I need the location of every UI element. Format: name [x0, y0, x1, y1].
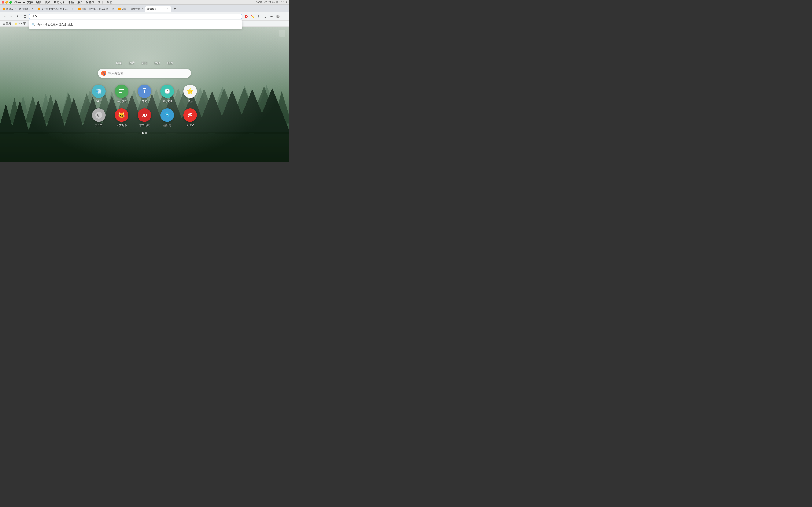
background-forest: ∞ 网页 图片 新闻 视频 地图 🐾	[0, 26, 289, 162]
apps-row-2: 文件夹 😺 天猫精选 JD	[91, 108, 198, 127]
back-button[interactable]: ←	[2, 13, 8, 19]
tab-favicon-4: 🟧	[118, 7, 121, 10]
app-history[interactable]: 🕐 历史记录	[160, 84, 175, 103]
apps-grid: 💨 14℃ 待办事项	[91, 84, 198, 127]
nav-webpage[interactable]: 网页	[116, 60, 122, 66]
search-input[interactable]	[108, 72, 188, 75]
app-icon-history: 🕐	[160, 84, 174, 98]
menu-bookmarks[interactable]: 书签	[68, 0, 74, 4]
search-icon: 🔍	[32, 23, 35, 26]
menu-dots-icon[interactable]: ⋮	[281, 13, 287, 19]
datetime-display: 2020/03/27 周五 16:14	[264, 1, 287, 4]
folder-icon: 📁	[14, 22, 17, 25]
extensions-icon[interactable]: ✦	[243, 13, 249, 19]
app-label-bookmarks: 书签	[188, 100, 193, 103]
search-box[interactable]: 🐾	[98, 69, 191, 78]
forward-button[interactable]: →	[8, 13, 14, 19]
app-label-history: 历史记录	[162, 100, 172, 103]
tab-close-5[interactable]: ✕	[166, 7, 169, 10]
maximize-window-button[interactable]	[9, 1, 12, 4]
tab-alicloud-1[interactable]: 🟧 阿里云-上云就上阿里云 ✕	[1, 6, 36, 12]
reload-button[interactable]: ↻	[15, 13, 21, 19]
mac-label: Mac密	[18, 22, 26, 25]
tab-close-3[interactable]: ✕	[112, 7, 115, 10]
tab-close-1[interactable]: ✕	[31, 7, 34, 10]
home-button[interactable]	[22, 13, 28, 19]
page-dot-2[interactable]	[145, 132, 147, 134]
app-jd[interactable]: JD 京东商城	[137, 108, 152, 127]
traffic-lights	[2, 1, 12, 4]
autocomplete-item-0[interactable]: 🔍 vip's · 地址栏搜索切换器 搜索	[29, 21, 242, 28]
menu-edit[interactable]: 编辑	[36, 0, 42, 4]
page-content: ∞ 网页 图片 新闻 视频 地图 🐾	[0, 26, 289, 162]
tab-alicloud-4[interactable]: 🟧 阿里云 - 弹性计算 ✕	[116, 6, 146, 12]
browser-toolbar: ← → ↻ 🔍 vip's · 地址栏搜索切换器 搜索 ✦ ✏️ ⬇	[0, 12, 289, 21]
app-folder[interactable]: 文件夹	[91, 108, 106, 127]
tab-close-4[interactable]: ✕	[141, 7, 144, 10]
mail-icon[interactable]: ✉	[268, 13, 274, 19]
app-todo[interactable]: 待办事项	[114, 84, 129, 103]
menu-history[interactable]: 历史记录	[54, 0, 65, 4]
svg-rect-55	[144, 90, 145, 93]
tab-close-2[interactable]: ✕	[71, 7, 74, 10]
nav-images[interactable]: 图片	[129, 60, 135, 66]
menu-tabs[interactable]: 标签页	[86, 0, 94, 4]
macos-titlebar: Chrome 文件 编辑 视图 历史记录 书签 用户 标签页 窗口 帮助 100…	[0, 0, 289, 5]
app-icon-note	[138, 84, 151, 98]
apps-grid-icon: ⊞	[3, 22, 5, 25]
svg-point-0	[24, 15, 26, 17]
tab-title-2: 关于学生服务器的阿里云网站公...	[42, 7, 70, 11]
tab-newtab[interactable]: 新标签页 ✕	[146, 6, 171, 12]
battery-status: 100%	[256, 1, 262, 4]
app-label-todo: 待办事项	[116, 100, 126, 103]
app-bookmarks[interactable]: ⭐ 书签	[183, 84, 198, 103]
svg-point-5	[277, 17, 279, 18]
app-label-ctrip: 携程网	[163, 124, 171, 127]
nav-news[interactable]: 新闻	[142, 60, 147, 66]
titlebar-menu: 文件 编辑 视图 历史记录 书签 用户 标签页 窗口 帮助	[27, 0, 112, 4]
svg-rect-51	[119, 89, 124, 90]
menu-user[interactable]: 用户	[77, 0, 83, 4]
nav-video[interactable]: 视频	[154, 60, 160, 66]
minimize-window-button[interactable]	[5, 1, 8, 4]
menu-file[interactable]: 文件	[27, 0, 33, 4]
titlebar-right: 100% 2020/03/27 周五 16:14	[256, 1, 287, 4]
app-ctrip[interactable]: 🐬 携程网	[160, 108, 175, 127]
nav-maps[interactable]: 地图	[167, 60, 173, 66]
menu-help[interactable]: 帮助	[107, 0, 112, 4]
tab-favicon-3: 🟧	[78, 7, 81, 10]
menu-window[interactable]: 窗口	[98, 0, 103, 4]
edit-icon[interactable]: ✏️	[250, 13, 255, 19]
address-bar-input[interactable]	[29, 13, 242, 19]
tab-favicon-1: 🟧	[3, 7, 5, 10]
menu-view[interactable]: 视图	[45, 0, 51, 4]
app-weather[interactable]: 💨 14℃	[91, 84, 106, 103]
close-window-button[interactable]	[2, 1, 4, 4]
user-avatar[interactable]	[275, 13, 281, 19]
download-manager-icon[interactable]: ⬇	[256, 13, 262, 19]
app-icon-folder	[92, 108, 105, 122]
bookmark-mac[interactable]: 📁 Mac密	[13, 21, 27, 26]
app-taobao[interactable]: 淘 爱淘宝	[183, 108, 198, 127]
app-icon-jd: JD	[138, 108, 151, 122]
app-tmall[interactable]: 😺 天猫精选	[114, 108, 129, 127]
tab-bar: 🟧 阿里云-上云就上阿里云 ✕ 🟧 关于学生服务器的阿里云网站公... ✕ 🟧 …	[0, 5, 289, 12]
app-label-jd: 京东商城	[139, 124, 150, 127]
bookmark-icon[interactable]	[262, 13, 268, 19]
infinity-icon[interactable]: ∞	[279, 30, 286, 37]
tab-title-5: 新标签页	[147, 7, 165, 11]
page-dot-1[interactable]	[142, 132, 144, 134]
search-box-logo: 🐾	[101, 71, 106, 76]
new-tab-button[interactable]: +	[172, 6, 177, 12]
app-icon-ctrip: 🐬	[160, 108, 174, 122]
app-icon-tmall: 😺	[115, 108, 129, 122]
svg-rect-53	[119, 92, 122, 93]
app-name-label: Chrome	[14, 1, 25, 4]
tab-alicloud-2[interactable]: 🟧 关于学生服务器的阿里云网站公... ✕	[36, 6, 76, 12]
address-bar-container: 🔍 vip's · 地址栏搜索切换器 搜索	[29, 13, 242, 19]
tab-title-1: 阿里云-上云就上阿里云	[6, 7, 31, 11]
app-note[interactable]: 笔记	[137, 84, 152, 103]
tab-title-4: 阿里云 - 弹性计算	[122, 7, 140, 11]
tab-alicloud-3[interactable]: 🟧 阿里云学生机-云服务器学生机... ✕	[76, 6, 116, 12]
bookmark-apps[interactable]: ⊞ 应用	[2, 21, 12, 26]
